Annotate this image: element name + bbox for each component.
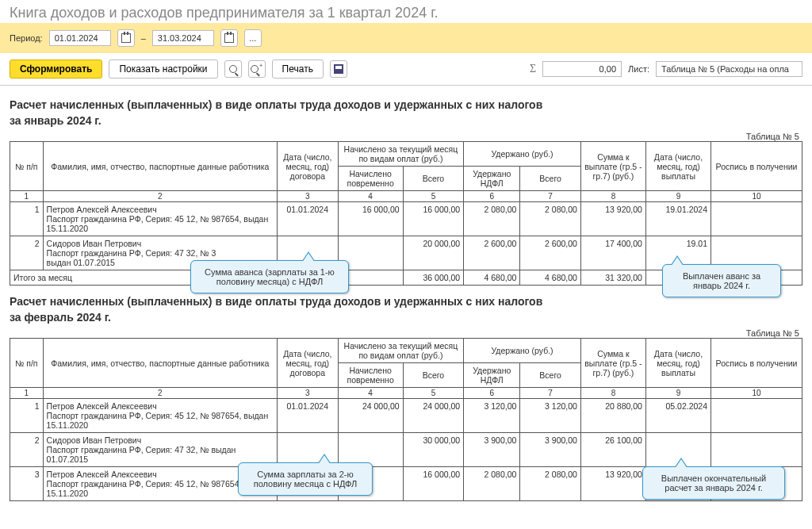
date-to-input[interactable]: 31.03.2024 xyxy=(152,30,214,46)
col-pdate: Дата (число, месяц, год) выплаты xyxy=(645,142,710,191)
calendar-icon[interactable] xyxy=(117,29,135,47)
table-number: Таблица № 5 xyxy=(10,328,802,338)
zoom-in-icon[interactable]: + xyxy=(248,60,266,78)
table-row: 1 Петров Алексей АлексеевичПаспорт гражд… xyxy=(10,399,802,433)
generate-button[interactable]: Сформировать xyxy=(10,59,102,79)
col-with-total: Всего xyxy=(520,167,581,191)
sum-field[interactable]: 0,00 xyxy=(542,61,622,77)
section2-title-line2: за февраль 2024 г. xyxy=(10,311,802,324)
table-row: 1 Петров Алексей АлексеевичПаспорт гражд… xyxy=(10,202,802,236)
print-button[interactable]: Печать xyxy=(272,59,324,79)
calendar-icon[interactable] xyxy=(220,29,238,47)
col-accr-total: Всего xyxy=(403,167,464,191)
col-topay: Сумма к выплате (гр.5 - гр.7) (руб.) xyxy=(580,142,645,191)
sum-icon: Σ xyxy=(530,63,536,75)
callout-final-payment: Выплачен окончательный расчет за январь … xyxy=(642,466,785,500)
col-sign: Роспись в получении xyxy=(711,142,802,191)
search-icon[interactable] xyxy=(224,60,242,78)
show-settings-button[interactable]: Показать настройки xyxy=(109,59,217,79)
col-ndfl: Удержано НДФЛ xyxy=(464,167,520,191)
period-label: Период: xyxy=(10,33,43,43)
sheet-select[interactable]: Таблица № 5 (Расходы на опла xyxy=(656,61,802,77)
col-accrued-group: Начислено за текущий месяц по видам опла… xyxy=(338,142,464,167)
col-cdate: Дата (число, месяц, год) договора xyxy=(278,142,339,191)
toolbar: Сформировать Показать настройки + Печать… xyxy=(0,53,812,86)
callout-salary-second-half: Сумма зарплаты за 2-ю половину месяца с … xyxy=(238,462,373,496)
table-number: Таблица № 5 xyxy=(10,132,802,141)
section1-title-line2: за январь 2024 г. xyxy=(10,114,802,127)
report-body: Расчет начисленных (выплаченных) в виде … xyxy=(0,86,812,511)
save-icon[interactable] xyxy=(330,60,347,78)
date-from-input[interactable]: 01.01.2024 xyxy=(49,30,111,46)
period-picker-button[interactable]: ... xyxy=(244,29,262,47)
period-bar: Период: 01.01.2024 – 31.03.2024 ... xyxy=(0,23,812,53)
page-title: Книга доходов и расходов предпринимателя… xyxy=(0,0,812,23)
col-no: № п/п xyxy=(10,142,44,191)
col-emp: Фамилия, имя, отчество, паспортные данны… xyxy=(43,142,277,191)
section1-title-line1: Расчет начисленных (выплаченных) в виде … xyxy=(10,98,802,111)
callout-advance-paid: Выплачен аванс за январь 2024 г. xyxy=(662,264,781,297)
col-accr-time: Начислено повременно xyxy=(338,167,403,191)
period-dash: – xyxy=(141,33,146,43)
sheet-label: Лист: xyxy=(628,64,649,74)
col-withheld-group: Удержано (руб.) xyxy=(464,142,581,167)
callout-advance-amount: Сумма аванса (зарплаты за 1-ю половину м… xyxy=(190,260,349,293)
